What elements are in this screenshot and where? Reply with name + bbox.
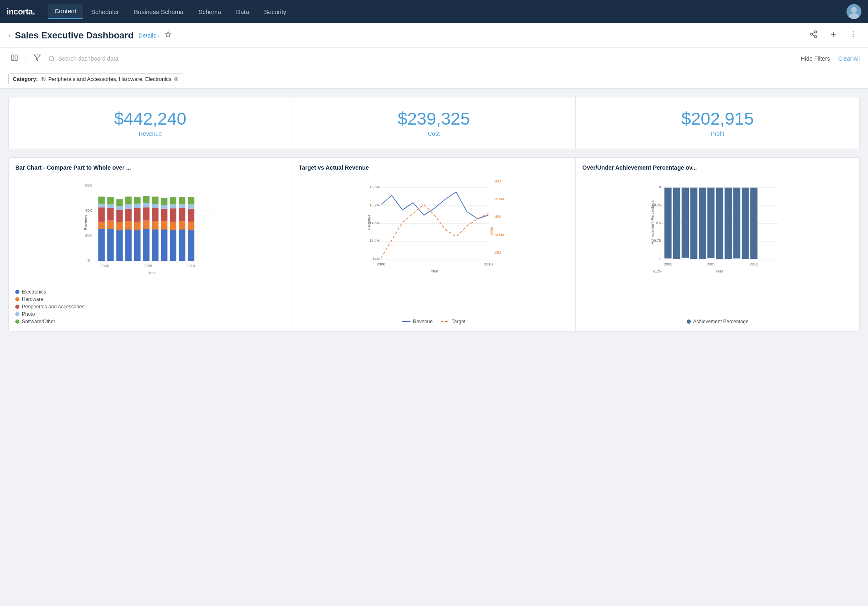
filter-icon[interactable] <box>31 52 43 66</box>
svg-rect-41 <box>116 199 123 206</box>
svg-text:-1: -1 <box>658 257 661 261</box>
svg-rect-67 <box>170 230 176 261</box>
more-icon[interactable] <box>847 28 860 43</box>
svg-text:14M: 14M <box>372 257 379 261</box>
nav-item-content[interactable]: Content <box>48 4 83 19</box>
svg-rect-74 <box>179 208 185 221</box>
user-avatar[interactable] <box>847 4 861 19</box>
sidebar-toggle-icon[interactable] <box>8 52 21 66</box>
nav-item-data[interactable]: Data <box>229 5 256 19</box>
nav-items: Content Scheduler Business Schema Schema… <box>48 4 847 19</box>
svg-rect-55 <box>143 203 149 207</box>
svg-rect-43 <box>125 221 132 230</box>
details-label: Details <box>138 32 156 39</box>
legend-label-photo: Photo <box>22 311 35 317</box>
filter-tag-category: Category: IN Peripherals and Accessories… <box>8 73 183 84</box>
share-icon[interactable] <box>807 28 820 43</box>
clear-all-button[interactable]: Clear All <box>838 55 860 62</box>
svg-rect-122 <box>699 188 706 259</box>
svg-rect-62 <box>161 230 168 261</box>
line-chart-svg: 15.6M 15.2M 14.8M 14.4M 14M 16M 15.5M 15… <box>299 176 569 315</box>
kpi-value-revenue: $442,240 <box>21 109 280 129</box>
svg-text:Achievement Percentage: Achievement Percentage <box>650 201 655 244</box>
svg-rect-39 <box>116 210 123 222</box>
svg-rect-30 <box>98 204 105 208</box>
achievement-chart-svg: 0 -0.25 -0.5 -0.75 -1 -1.25 Achievement … <box>582 176 853 315</box>
svg-rect-27 <box>98 229 105 261</box>
legend-item-peripherals: Peripherals and Accessories <box>15 304 285 310</box>
back-button[interactable]: ‹ <box>8 31 11 40</box>
svg-text:14.8M: 14.8M <box>370 221 379 225</box>
legend-label-software: Software/Other <box>22 319 55 324</box>
svg-text:Revenue: Revenue <box>83 215 88 230</box>
svg-rect-14 <box>15 55 17 61</box>
svg-rect-119 <box>673 188 680 259</box>
pin-icon[interactable] <box>164 31 172 40</box>
legend-item-achievement: Achievement Percentage <box>687 319 749 324</box>
search-input[interactable] <box>58 55 796 62</box>
svg-rect-69 <box>170 208 176 222</box>
svg-rect-59 <box>152 208 159 221</box>
svg-text:2000: 2000 <box>100 263 109 268</box>
filter-tag-close-icon[interactable]: ⊗ <box>174 76 179 82</box>
svg-text:Year: Year <box>431 269 439 273</box>
svg-rect-37 <box>116 230 123 261</box>
svg-rect-60 <box>152 204 159 208</box>
legend-item-target: Target <box>441 319 465 324</box>
filter-tag-operator: IN <box>40 76 46 82</box>
svg-rect-57 <box>152 230 159 261</box>
svg-rect-78 <box>188 222 194 230</box>
logo: incorta. <box>7 7 35 17</box>
nav-item-business-schema[interactable]: Business Schema <box>127 5 190 19</box>
legend-dot-photo <box>15 312 19 316</box>
kpi-row: $442,240 Revenue $239,325 Cost $202,915 … <box>8 97 860 149</box>
svg-rect-42 <box>125 230 132 261</box>
kpi-label-cost: Cost <box>305 130 563 137</box>
svg-rect-76 <box>179 197 185 204</box>
svg-point-16 <box>49 56 54 61</box>
svg-rect-56 <box>143 196 149 203</box>
svg-rect-31 <box>98 196 105 204</box>
svg-text:15.2M: 15.2M <box>370 203 379 207</box>
svg-text:14.4M: 14.4M <box>370 239 379 243</box>
svg-rect-73 <box>179 221 185 230</box>
svg-rect-61 <box>152 196 159 204</box>
svg-rect-49 <box>134 208 141 222</box>
details-link[interactable]: Details › <box>138 32 159 39</box>
details-chevron-icon: › <box>158 33 159 38</box>
kpi-card-cost: $239,325 Cost <box>292 97 576 149</box>
svg-point-10 <box>853 31 854 33</box>
svg-rect-81 <box>188 197 194 204</box>
legend-dot-hardware <box>15 297 19 301</box>
legend-label-hardware: Hardware <box>22 296 43 302</box>
svg-rect-51 <box>134 197 141 204</box>
filter-tag-label: Category: <box>13 76 38 82</box>
filter-bar-right: Hide Filters Clear All <box>801 55 860 62</box>
svg-rect-127 <box>742 188 749 259</box>
svg-rect-71 <box>170 197 176 204</box>
bar-chart-title: Bar Chart - Compare Part to Whole over .… <box>15 164 285 171</box>
kpi-label-profit: Profit <box>588 130 847 137</box>
svg-rect-80 <box>188 204 194 208</box>
legend-label-revenue: Revenue <box>413 319 433 324</box>
svg-text:2010: 2010 <box>186 263 195 268</box>
svg-rect-58 <box>152 221 159 230</box>
top-nav: incorta. Content Scheduler Business Sche… <box>0 0 868 23</box>
svg-rect-79 <box>188 209 194 222</box>
nav-item-scheduler[interactable]: Scheduler <box>85 5 126 19</box>
svg-text:Target: Target <box>489 225 494 236</box>
nav-item-schema[interactable]: Schema <box>192 5 228 19</box>
kpi-value-cost: $239,325 <box>305 109 563 129</box>
svg-rect-54 <box>143 207 149 220</box>
page-title: Sales Executive Dashboard <box>15 30 133 41</box>
nav-item-security[interactable]: Security <box>257 5 293 19</box>
add-icon[interactable] <box>827 28 840 43</box>
hide-filters-button[interactable]: Hide Filters <box>801 55 830 62</box>
svg-rect-124 <box>716 188 723 259</box>
svg-text:2010: 2010 <box>484 262 493 266</box>
svg-text:2000: 2000 <box>664 262 672 266</box>
svg-text:2005: 2005 <box>143 263 152 268</box>
legend-label-achievement: Achievement Percentage <box>693 319 749 324</box>
svg-line-7 <box>812 32 815 33</box>
legend-label-electronics: Electronics <box>22 289 46 295</box>
